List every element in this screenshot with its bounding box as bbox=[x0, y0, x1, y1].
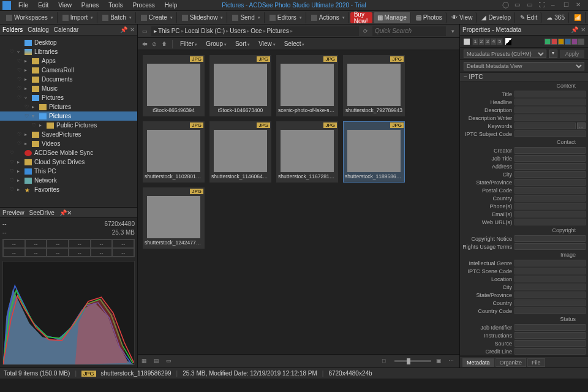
metadata-view-select[interactable]: Default Metadata View bbox=[464, 62, 584, 70]
view-dd[interactable]: View bbox=[255, 40, 279, 47]
minimize-icon[interactable]: – bbox=[551, 1, 560, 10]
field-input[interactable] bbox=[514, 91, 586, 97]
tree-node[interactable]: ♡▸Public Pictures bbox=[0, 121, 137, 130]
expand-icon[interactable]: ▿ bbox=[32, 113, 37, 119]
tree-node[interactable]: ♡▸★Favorites bbox=[0, 185, 137, 194]
field-input[interactable] bbox=[514, 276, 586, 282]
breadcrumb[interactable]: ▸ This PC▸ Local Disk (C:)▸ Users▸ Oce▸ … bbox=[151, 26, 359, 36]
tree-node[interactable]: Desktop bbox=[0, 38, 137, 47]
field-input[interactable] bbox=[514, 115, 586, 121]
thumbnail[interactable]: JPGshutterstock_792789943 bbox=[343, 55, 405, 116]
expand-icon[interactable]: ▸ bbox=[24, 58, 29, 64]
expand-icon[interactable]: ▿ bbox=[17, 49, 22, 55]
expand-icon[interactable]: ▸ bbox=[17, 178, 22, 183]
field-input[interactable] bbox=[514, 300, 586, 306]
expand-icon[interactable]: ▸ bbox=[24, 132, 29, 137]
rating-3[interactable]: 3 bbox=[484, 38, 491, 45]
close-panel-icon[interactable]: ✕ bbox=[130, 26, 135, 33]
field-input[interactable] bbox=[514, 179, 586, 186]
rating-1[interactable]: 1 bbox=[472, 38, 478, 45]
nav-back-icon[interactable]: ▭ bbox=[140, 27, 149, 36]
view-filmstrip-icon[interactable]: ▭ bbox=[166, 358, 173, 365]
expand-icon[interactable]: ▿ bbox=[24, 95, 29, 100]
tree-node[interactable]: ♡▸Apps bbox=[0, 56, 137, 66]
close-panel-icon[interactable]: ✕ bbox=[581, 26, 586, 33]
field-input[interactable] bbox=[514, 219, 586, 225]
expand-icon[interactable]: ▸ bbox=[32, 104, 37, 110]
tab-file[interactable]: File bbox=[527, 358, 545, 367]
tree-node[interactable]: ♡▸Network bbox=[0, 176, 137, 185]
field-input[interactable] bbox=[514, 324, 586, 331]
expand-icon[interactable]: ▸ bbox=[39, 123, 44, 128]
tag-checkbox[interactable]: ✓ bbox=[464, 39, 470, 45]
menu-panes[interactable]: Panes bbox=[77, 2, 104, 9]
color-swatch[interactable] bbox=[578, 39, 584, 45]
field-input[interactable] bbox=[514, 260, 586, 266]
import-button[interactable]: Import bbox=[59, 12, 97, 23]
field-input[interactable] bbox=[514, 292, 586, 298]
refresh-icon[interactable]: ⟳ bbox=[361, 27, 370, 36]
nav-back-icon[interactable]: 🡄 bbox=[140, 40, 149, 48]
actions-button[interactable]: Actions bbox=[307, 12, 349, 23]
group-dd[interactable]: Group bbox=[202, 40, 230, 47]
thumbnail[interactable]: JPGiStock-1046673400 bbox=[209, 55, 271, 116]
expand-icon[interactable]: ▸ bbox=[24, 67, 29, 73]
send-button[interactable]: Send bbox=[228, 12, 264, 23]
close-panel-icon[interactable]: ✕ bbox=[67, 209, 72, 216]
tree-node[interactable]: ♡▸Documents bbox=[0, 75, 137, 84]
tab-metadata[interactable]: Metadata bbox=[462, 358, 494, 367]
zoom-in-icon[interactable]: ▣ bbox=[436, 358, 443, 365]
search-input[interactable] bbox=[372, 26, 446, 36]
field-input[interactable] bbox=[514, 123, 576, 129]
thumbnail[interactable]: JPGscenic-photo-of-lake-surroun… bbox=[276, 55, 338, 116]
menu-file[interactable]: File bbox=[13, 2, 33, 9]
color-swatch[interactable] bbox=[545, 39, 551, 45]
thumb-size-slider[interactable] bbox=[394, 360, 431, 362]
field-input[interactable] bbox=[514, 130, 586, 137]
thumbnail[interactable]: JPGshutterstock_1242477334 bbox=[143, 187, 205, 249]
field-input[interactable] bbox=[514, 155, 586, 162]
apply-button[interactable]: Apply bbox=[560, 50, 584, 58]
more-icon[interactable]: ⋯ bbox=[448, 358, 456, 365]
menu-view[interactable]: View bbox=[53, 2, 77, 9]
field-input[interactable] bbox=[514, 203, 586, 209]
thumbnail[interactable]: JPGshutterstock_1189586299 bbox=[343, 121, 405, 183]
section-iptc[interactable]: − IPTC bbox=[460, 72, 588, 81]
signal-icon[interactable]: 📶 bbox=[570, 12, 586, 23]
sort-dd[interactable]: Sort bbox=[232, 40, 254, 47]
expand-icon[interactable]: ▸ bbox=[17, 159, 22, 165]
rating-5[interactable]: 5 bbox=[497, 38, 503, 45]
select-dd[interactable]: Select bbox=[281, 40, 309, 47]
field-input[interactable] bbox=[514, 243, 586, 250]
zoom-out-icon[interactable]: □ bbox=[382, 358, 390, 365]
mode-manage[interactable]: ▦ Manage bbox=[374, 12, 411, 23]
batch-button[interactable]: Batch bbox=[99, 12, 136, 23]
mode-365[interactable]: ☁ 365 bbox=[543, 12, 569, 23]
tree-node[interactable]: ♡▸Videos bbox=[0, 139, 137, 148]
expand-icon[interactable]: ▸ bbox=[17, 168, 22, 174]
tree-node[interactable]: ♡▸This PC bbox=[0, 167, 137, 176]
metadata-preset-select[interactable]: Metadata Presets (Ctrl+M) bbox=[464, 50, 546, 58]
thumbnail[interactable]: JPGshutterstock_1102801724 bbox=[143, 121, 205, 183]
pin-icon[interactable]: 📌 bbox=[59, 209, 67, 216]
rating-4[interactable]: 4 bbox=[491, 38, 497, 45]
expand-icon[interactable]: ▸ bbox=[24, 141, 29, 146]
field-input[interactable] bbox=[514, 348, 586, 355]
workspaces-button[interactable]: Workspaces bbox=[2, 12, 58, 23]
search-dd-icon[interactable]: ▾ bbox=[448, 27, 457, 36]
pin-icon[interactable]: 📌 bbox=[571, 26, 578, 33]
monitor-icon[interactable]: ▭ bbox=[514, 1, 523, 10]
tab-preview[interactable]: Preview bbox=[2, 209, 24, 216]
user-icon[interactable]: ◯ bbox=[502, 1, 511, 10]
tree-node[interactable]: ♡▿Libraries bbox=[0, 47, 137, 56]
field-input[interactable] bbox=[514, 147, 586, 154]
thumbnail[interactable]: JPGiStock-865496394 bbox=[143, 55, 205, 116]
create-button[interactable]: Create bbox=[137, 12, 177, 23]
pin-icon[interactable]: 📌 bbox=[120, 26, 127, 33]
color-swatch[interactable] bbox=[558, 39, 564, 45]
color-swatch[interactable] bbox=[551, 39, 557, 45]
mode-view[interactable]: 👁 View bbox=[448, 12, 477, 23]
view-details-icon[interactable]: ▤ bbox=[154, 358, 161, 365]
rating-numbers[interactable]: 12345 bbox=[472, 38, 503, 45]
expand-icon[interactable]: ▸ bbox=[17, 187, 22, 192]
